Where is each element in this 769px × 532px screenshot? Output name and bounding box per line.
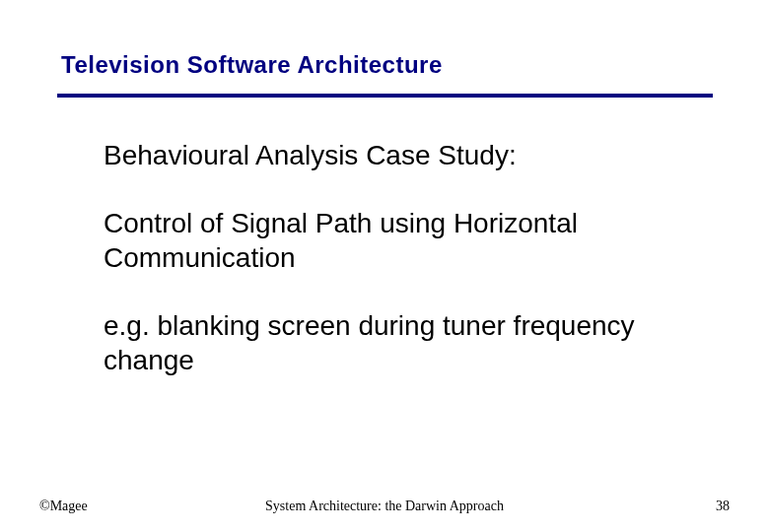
slide-title: Television Software Architecture [61, 51, 708, 79]
slide-body: Behavioural Analysis Case Study: Control… [104, 138, 651, 411]
body-paragraph-1: Behavioural Analysis Case Study: [104, 138, 651, 172]
body-paragraph-3: e.g. blanking screen during tuner freque… [104, 308, 651, 377]
title-underline [57, 94, 713, 98]
body-paragraph-2: Control of Signal Path using Horizontal … [104, 206, 651, 275]
slide-footer: ©Magee System Architecture: the Darwin A… [0, 491, 769, 514]
slide: Television Software Architecture Behavio… [0, 0, 769, 532]
footer-title: System Architecture: the Darwin Approach [0, 499, 769, 514]
slide-number: 38 [716, 499, 730, 514]
